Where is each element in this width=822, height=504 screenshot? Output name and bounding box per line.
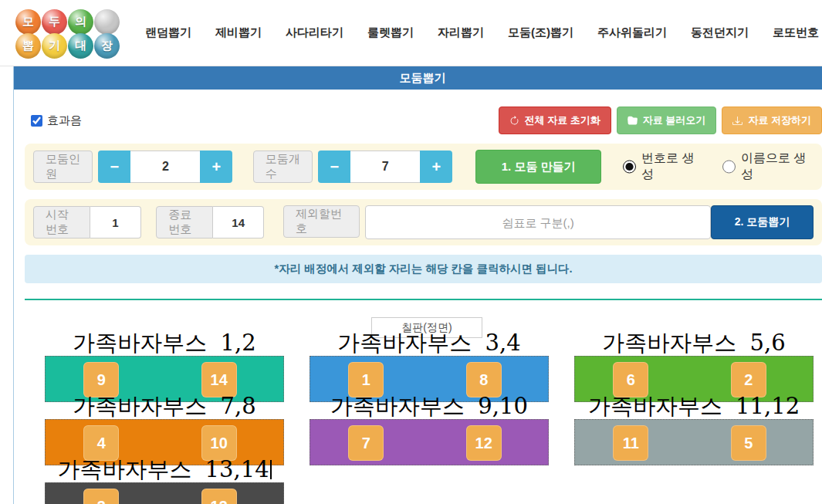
group-settings-row: 모둠인원 − + 모둠개수 − + 1. 모둠 만들기 bbox=[25, 144, 822, 190]
start-number-control: 시작번호 bbox=[33, 206, 141, 238]
module-card: 모둠뽑기 효과음 전체 자료 초기화 자료 불러오기 자료 저장하기 bbox=[13, 66, 822, 504]
group-size-label: 모둠인원 bbox=[33, 151, 93, 183]
sound-toggle[interactable]: 효과음 bbox=[31, 113, 82, 128]
save-data-label: 자료 저장하기 bbox=[748, 113, 811, 127]
group-size-input[interactable] bbox=[130, 151, 200, 183]
start-number-label: 시작번호 bbox=[33, 206, 90, 238]
member-tile[interactable]: 12 bbox=[466, 425, 502, 461]
generate-mode-radios: 번호로 생성 이름으로 생성 bbox=[623, 151, 814, 183]
member-tile[interactable]: 11 bbox=[613, 425, 648, 461]
group-count-plus-button[interactable]: + bbox=[420, 151, 452, 183]
group-size-control: 모둠인원 − + bbox=[33, 151, 232, 183]
group-count-input[interactable] bbox=[350, 151, 420, 183]
generate-by-name-radio[interactable] bbox=[722, 160, 736, 174]
exclude-number-control: 제외할번호 bbox=[283, 205, 711, 239]
group-bar[interactable]: 313 bbox=[45, 482, 284, 504]
radio-generate-by-name[interactable]: 이름으로 생성 bbox=[722, 151, 814, 183]
end-number-input[interactable] bbox=[213, 206, 264, 238]
group-bar[interactable]: 115 bbox=[574, 419, 814, 465]
group-title[interactable]: 가족바자부스 7,8 bbox=[45, 394, 284, 418]
nav-item-group[interactable]: 모둠(조)뽑기 bbox=[508, 25, 573, 40]
group-cell: 가족바자부스 5,662 bbox=[574, 331, 814, 402]
member-tile[interactable]: 3 bbox=[83, 489, 119, 504]
reset-all-label: 전체 자료 초기화 bbox=[525, 113, 600, 127]
nav-item-roulette[interactable]: 룰렛뽑기 bbox=[367, 25, 414, 40]
groups-grid: 가족바자부스 1,2914가족바자부스 3,418가족바자부스 5,662가족바… bbox=[45, 331, 822, 504]
exclude-number-input[interactable] bbox=[365, 205, 711, 239]
group-title[interactable]: 가족바자부스 9,10 bbox=[310, 394, 549, 418]
group-cell: 가족바자부스 11,12115 bbox=[574, 394, 814, 465]
app-logo[interactable]: 모두의뽑기대장 bbox=[15, 9, 120, 59]
end-number-label: 종료번호 bbox=[156, 206, 213, 238]
group-cell: 가족바자부스 13,14313 bbox=[45, 458, 284, 504]
group-bar[interactable]: 712 bbox=[310, 419, 549, 465]
logo-badge bbox=[94, 9, 120, 35]
refresh-icon bbox=[509, 116, 519, 126]
group-count-control: 모둠개수 − + bbox=[253, 151, 452, 183]
logo-badge: 모 bbox=[15, 9, 41, 35]
create-groups-button[interactable]: 1. 모둠 만들기 bbox=[475, 150, 601, 184]
top-nav: 모두의뽑기대장 랜덤뽑기제비뽑기사다리타기룰렛뽑기자리뽑기모둠(조)뽑기주사위돌… bbox=[0, 0, 822, 66]
sound-checkbox[interactable] bbox=[31, 115, 42, 127]
download-icon bbox=[732, 116, 743, 126]
logo-badge: 기 bbox=[42, 33, 67, 59]
member-tile[interactable]: 13 bbox=[201, 489, 237, 504]
page-title: 모둠뽑기 bbox=[14, 66, 822, 90]
logo-badge: 의 bbox=[68, 9, 93, 35]
member-tile[interactable]: 7 bbox=[348, 425, 384, 461]
group-title[interactable]: 가족바자부스 3,4 bbox=[310, 331, 549, 354]
nav-item-dice[interactable]: 주사위돌리기 bbox=[597, 25, 667, 40]
group-count-minus-button[interactable]: − bbox=[318, 151, 350, 183]
group-cell: 가족바자부스 9,10712 bbox=[310, 394, 549, 465]
group-title[interactable]: 가족바자부스 1,2 bbox=[45, 331, 284, 354]
exclusion-notice: *자리 배정에서 제외할 자리는 해당 칸을 클릭하시면 됩니다. bbox=[25, 255, 822, 283]
end-number-control: 종료번호 bbox=[156, 206, 264, 238]
nav-item-coin[interactable]: 동전던지기 bbox=[691, 25, 749, 40]
nav-item-random[interactable]: 랜덤뽑기 bbox=[145, 25, 191, 40]
sound-label: 효과음 bbox=[47, 113, 82, 128]
group-title[interactable]: 가족바자부스 11,12 bbox=[574, 394, 814, 418]
load-data-label: 자료 불러오기 bbox=[643, 113, 706, 127]
reset-all-button[interactable]: 전체 자료 초기화 bbox=[499, 107, 611, 134]
nav-item-jebi[interactable]: 제비뽑기 bbox=[215, 25, 262, 40]
nav-item-ladder[interactable]: 사다리타기 bbox=[286, 25, 343, 40]
nav-item-seat[interactable]: 자리뽑기 bbox=[438, 25, 484, 40]
main-nav: 랜덤뽑기제비뽑기사다리타기룰렛뽑기자리뽑기모둠(조)뽑기주사위돌리기동전던지기로… bbox=[145, 25, 822, 40]
group-size-plus-button[interactable]: + bbox=[200, 151, 232, 183]
folder-icon bbox=[627, 116, 638, 126]
pick-groups-button[interactable]: 2. 모둠뽑기 bbox=[711, 205, 814, 239]
group-title[interactable]: 가족바자부스 13,14 bbox=[45, 458, 284, 481]
group-cell: 가족바자부스 3,418 bbox=[310, 331, 549, 402]
group-size-minus-button[interactable]: − bbox=[98, 151, 130, 183]
generate-by-name-label: 이름으로 생성 bbox=[741, 151, 814, 183]
number-range-row: 시작번호 종료번호 제외할번호 2. 모둠뽑기 bbox=[25, 199, 822, 245]
generate-by-number-radio[interactable] bbox=[623, 160, 636, 174]
logo-badge: 두 bbox=[42, 9, 67, 35]
text-caret bbox=[270, 460, 272, 479]
generate-by-number-label: 번호로 생성 bbox=[641, 151, 702, 183]
seating-area: 칠판(정면) 가족바자부스 1,2914가족바자부스 3,418가족바자부스 5… bbox=[25, 300, 822, 504]
nav-item-lotto[interactable]: 로또번호 bbox=[773, 25, 819, 40]
group-cell: 가족바자부스 1,2914 bbox=[45, 331, 284, 402]
load-data-button[interactable]: 자료 불러오기 bbox=[617, 107, 717, 134]
save-data-button[interactable]: 자료 저장하기 bbox=[722, 107, 822, 134]
group-title[interactable]: 가족바자부스 5,6 bbox=[574, 331, 814, 354]
logo-badge: 장 bbox=[94, 33, 120, 59]
logo-badge: 대 bbox=[68, 33, 93, 59]
member-tile[interactable]: 5 bbox=[731, 425, 766, 461]
group-cell: 가족바자부스 7,8410 bbox=[45, 394, 284, 465]
radio-generate-by-number[interactable]: 번호로 생성 bbox=[623, 151, 702, 183]
start-number-input[interactable] bbox=[90, 206, 141, 238]
exclude-number-label: 제외할번호 bbox=[283, 205, 360, 238]
logo-badge: 뽑 bbox=[15, 33, 41, 59]
group-count-label: 모둠개수 bbox=[253, 151, 313, 183]
